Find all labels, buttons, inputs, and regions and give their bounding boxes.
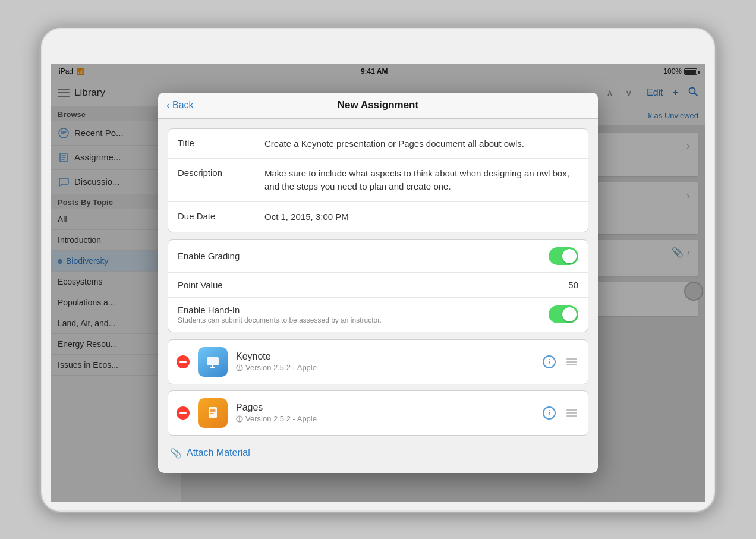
apps-section: Keynote Version 2.5.2 - Apple i (168, 339, 588, 436)
keynote-icon (198, 347, 228, 377)
keynote-name: Keynote (236, 351, 534, 362)
handin-label-group: Enable Hand-In Students can submit docum… (178, 305, 541, 324)
svg-rect-4 (207, 357, 219, 365)
new-assignment-modal: ‹ Back New Assignment Title Create a Key… (158, 93, 598, 473)
ipad-screen: iPad 📶 9:41 AM 100% Library (51, 64, 705, 502)
pages-app-item: Pages Version 2.5.2 - Apple i (168, 390, 588, 436)
keynote-app-item: Keynote Version 2.5.2 - Apple i (168, 339, 588, 384)
attach-material-label: Attach Material (187, 447, 250, 458)
keynote-info-button[interactable]: i (543, 355, 556, 368)
point-value: 50 (568, 280, 578, 290)
ipad-frame: iPad 📶 9:41 AM 100% Library (39, 26, 717, 513)
keynote-remove-button[interactable] (177, 355, 190, 368)
modal-overlay: ‹ Back New Assignment Title Create a Key… (51, 64, 705, 502)
pages-remove-button[interactable] (177, 406, 190, 420)
due-date-row: Due Date Oct 1, 2015, 3:00 PM (168, 202, 588, 232)
due-date-value: Oct 1, 2015, 3:00 PM (264, 210, 578, 223)
back-button[interactable]: ‹ Back (166, 99, 194, 112)
keynote-version: Version 2.5.2 - Apple (245, 363, 317, 372)
pages-drag-handle[interactable] (564, 407, 579, 419)
due-date-label: Due Date (178, 210, 255, 221)
keynote-info: Keynote Version 2.5.2 - Apple (236, 351, 534, 372)
svg-rect-8 (209, 407, 217, 418)
modal-body: Title Create a Keynote presentation or P… (158, 119, 598, 473)
handin-toggle-knob (562, 307, 577, 321)
keynote-meta: Version 2.5.2 - Apple (236, 363, 534, 372)
title-row: Title Create a Keynote presentation or P… (168, 129, 588, 159)
point-value-row: Point Value 50 (168, 273, 588, 298)
modal-header: ‹ Back New Assignment (158, 93, 598, 119)
grading-section: Enable Grading Point Value 50 Enable Han… (168, 239, 588, 332)
keynote-drag-handle[interactable] (564, 356, 579, 368)
enable-grading-row: Enable Grading (168, 240, 588, 273)
enable-grading-label: Enable Grading (178, 251, 541, 261)
enable-handin-sublabel: Students can submit documents to be asse… (178, 316, 541, 324)
pages-name: Pages (236, 402, 534, 413)
back-chevron-icon: ‹ (166, 99, 170, 112)
title-value: Create a Keynote presentation or Pages d… (264, 137, 578, 150)
form-section: Title Create a Keynote presentation or P… (168, 128, 588, 232)
pages-meta: Version 2.5.2 - Apple (236, 414, 534, 423)
description-label: Description (178, 167, 255, 178)
pages-info-button[interactable]: i (543, 406, 556, 420)
enable-handin-row: Enable Hand-In Students can submit docum… (168, 298, 588, 332)
pages-version: Version 2.5.2 - Apple (245, 414, 317, 423)
pages-icon (198, 398, 228, 428)
back-label: Back (172, 100, 194, 111)
enable-grading-toggle[interactable] (549, 247, 578, 265)
description-row: Description Make sure to include what as… (168, 159, 588, 202)
point-value-label: Point Value (178, 280, 561, 290)
paperclip-icon: 📎 (170, 447, 182, 459)
toggle-knob (562, 249, 577, 263)
description-value: Make sure to include what aspects to thi… (264, 167, 578, 193)
attach-material-button[interactable]: 📎 Attach Material (168, 443, 588, 464)
modal-title: New Assignment (338, 99, 418, 111)
enable-handin-toggle[interactable] (549, 305, 578, 323)
pages-info: Pages Version 2.5.2 - Apple (236, 402, 534, 423)
title-label: Title (178, 137, 255, 148)
enable-handin-label: Enable Hand-In (178, 305, 541, 315)
